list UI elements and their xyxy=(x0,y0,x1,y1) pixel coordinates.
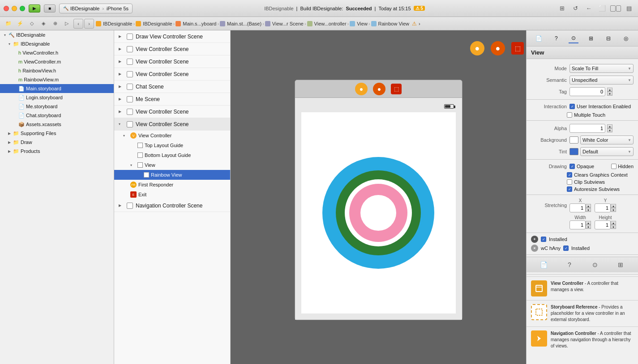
tint-color-box[interactable] xyxy=(569,148,578,155)
scene-draw-vc[interactable]: ▶ Draw View Controller Scene xyxy=(114,30,230,43)
tree-vc[interactable]: ▾ V View Controller xyxy=(114,131,230,140)
breadcrumb-mainbase[interactable]: Main.st...(Base) xyxy=(220,21,261,26)
settings-bottom-icon[interactable]: ⊙ xyxy=(590,260,600,270)
right-panel-toggle[interactable]: ▤ xyxy=(624,4,634,13)
tab-connections-icon[interactable]: ◎ xyxy=(621,34,631,43)
run-button[interactable]: ▶ xyxy=(29,4,40,13)
breadcrumb-mainstoryboard[interactable]: Main.s...yboard xyxy=(176,21,216,26)
tab-quick-help-icon[interactable]: ? xyxy=(551,34,561,43)
alpha-input[interactable] xyxy=(569,124,605,133)
tree-bottomlayoutguide[interactable]: Bottom Layout Guide xyxy=(114,150,230,160)
maximize-button[interactable] xyxy=(20,6,25,11)
breadcrumb-ibdesignable2[interactable]: IBDesignable xyxy=(136,21,172,26)
nav-mestoryboard[interactable]: 📄 Me.storyboard xyxy=(0,102,114,111)
layout-icon[interactable]: ⊞ xyxy=(557,4,567,13)
wchany-checkbox[interactable] xyxy=(563,245,569,251)
tab-attributes-icon[interactable]: ⊞ xyxy=(586,34,596,43)
warning-toolbar-icon[interactable]: ⚡ xyxy=(15,19,25,29)
autoresize-checkbox[interactable] xyxy=(567,186,572,192)
tree-rainbowview[interactable]: Rainbow View xyxy=(114,170,230,180)
view-icons[interactable] xyxy=(610,4,621,13)
scene-vc1[interactable]: ▶ View Controller Scene xyxy=(114,43,230,55)
stepper-down[interactable]: ▼ xyxy=(607,92,612,96)
tint-dropdown[interactable]: Default ▼ xyxy=(580,147,634,156)
exit-canvas-icon[interactable]: ⬚ xyxy=(511,42,524,55)
breadcrumb-viewcontroller[interactable]: View...ontroller xyxy=(307,21,347,26)
scene-nav[interactable]: ▶ Navigation Controller Scene xyxy=(114,199,230,212)
breadcrumb-viewrscene[interactable]: View...r Scene xyxy=(265,21,304,26)
view-split-icon[interactable]: ⬜ xyxy=(597,4,608,13)
file-template-icon[interactable]: 📄 xyxy=(539,260,549,270)
background-dropdown[interactable]: White Color ▼ xyxy=(580,135,634,144)
stepper-up[interactable]: ▲ xyxy=(611,221,616,225)
x-input[interactable] xyxy=(569,203,586,212)
quick-help-bottom-icon[interactable]: ? xyxy=(565,260,574,270)
scene-vc2[interactable]: ▶ View Controller Scene xyxy=(114,55,230,68)
stepper-down[interactable]: ▼ xyxy=(586,225,591,229)
mode-dropdown[interactable]: Scale To Fill ▼ xyxy=(569,64,634,73)
close-button[interactable] xyxy=(4,6,9,11)
opaque-checkbox[interactable] xyxy=(569,164,575,169)
nav-rainbowviewm[interactable]: m RainbowView.m xyxy=(0,75,114,84)
nav-supportingfiles[interactable]: ▶ 📁 Supporting Files xyxy=(0,129,114,138)
stepper-up[interactable]: ▲ xyxy=(607,88,612,92)
minimize-button[interactable] xyxy=(12,6,17,11)
stepper-down[interactable]: ▼ xyxy=(611,225,616,229)
nav-mainstoryboard[interactable]: 📄 Main.storyboard xyxy=(0,84,114,93)
nav-root[interactable]: ▾ 🔨 IBDesignable xyxy=(0,30,114,39)
folder-icon[interactable]: 📁 xyxy=(4,19,13,29)
tab-size-icon[interactable]: ⊟ xyxy=(604,34,613,43)
refresh-icon[interactable]: ↺ xyxy=(570,4,581,13)
nav-chatstoryboard[interactable]: 📄 Chat.storyboard xyxy=(0,111,114,120)
nav-forward[interactable]: › xyxy=(84,19,94,29)
nav-back[interactable]: ‹ xyxy=(73,19,83,29)
nav-loginstoryboard[interactable]: 📄 Login.storyboard xyxy=(0,93,114,102)
stepper-down[interactable]: ▼ xyxy=(611,208,616,212)
phone-icon-orange[interactable]: ● xyxy=(373,83,385,95)
semantic-dropdown[interactable]: Unspecified ▼ xyxy=(569,76,634,85)
attributes-bottom-icon[interactable]: ⊞ xyxy=(616,260,625,270)
stepper-down[interactable]: ▼ xyxy=(586,208,591,212)
nav-products[interactable]: ▶ 📁 Products xyxy=(0,147,114,156)
tab-file-icon[interactable]: 📄 xyxy=(534,34,544,43)
run-icon[interactable]: ▷ xyxy=(62,19,72,29)
stop-button[interactable]: ■ xyxy=(44,4,56,13)
scene-vc-expanded[interactable]: ▾ View Controller Scene xyxy=(114,118,230,131)
stepper-up[interactable]: ▲ xyxy=(586,204,591,208)
scene-vc4[interactable]: ▶ View Controller Scene xyxy=(114,106,230,118)
nav-rainbowviewh[interactable]: h RainbowView.h xyxy=(0,66,114,75)
tree-view[interactable]: ▾ View xyxy=(114,160,230,170)
height-input[interactable] xyxy=(595,220,611,229)
nav-assets[interactable]: 📦 Assets.xcassets xyxy=(0,120,114,129)
breadcrumb-rainbowview[interactable]: Rainbow View xyxy=(371,21,410,26)
installed-checkbox[interactable] xyxy=(541,237,546,242)
hidden-checkbox[interactable] xyxy=(611,164,617,169)
clip-subviews-checkbox[interactable] xyxy=(567,179,572,185)
tree-toplayoutguide[interactable]: Top Layout Guide xyxy=(114,140,230,150)
user-interaction-checkbox[interactable] xyxy=(569,104,575,109)
tab-identity-icon[interactable]: ⊙ xyxy=(569,34,578,43)
tag-input[interactable] xyxy=(569,87,605,96)
stepper-up[interactable]: ▲ xyxy=(607,124,612,128)
stepper-up[interactable]: ▲ xyxy=(586,221,591,225)
nav-group[interactable]: ▾ 📁 IBDesignable xyxy=(0,39,114,48)
background-color-box[interactable] xyxy=(569,136,578,144)
nav-draw[interactable]: ▶ 📁 Draw xyxy=(0,138,114,147)
stepper-up[interactable]: ▲ xyxy=(611,204,616,208)
width-input[interactable] xyxy=(569,220,586,229)
warning-badge[interactable]: ⚠ 5 xyxy=(414,6,425,11)
scene-vc3[interactable]: ▶ View Controller Scene xyxy=(114,68,230,80)
tree-firstresponder[interactable]: FR First Responder xyxy=(114,180,230,190)
nav-viewcontrollerm[interactable]: m ViewController.m xyxy=(0,57,114,66)
x-badge[interactable]: × xyxy=(531,245,538,252)
vc-darkorange-icon[interactable]: ● xyxy=(491,41,505,55)
y-input[interactable] xyxy=(595,203,611,212)
plus-badge[interactable]: + xyxy=(531,236,538,243)
stepper-down[interactable]: ▼ xyxy=(607,128,612,132)
back-icon[interactable]: ← xyxy=(583,4,594,13)
breadcrumb-view[interactable]: View xyxy=(350,21,368,26)
breakpoint-icon[interactable]: ⊕ xyxy=(50,19,60,29)
breadcrumb-ibdesignable1[interactable]: IBDesignable xyxy=(96,21,132,26)
scheme-selector[interactable]: 🔨 IBDesignable › iPhone 5s xyxy=(59,4,133,13)
phone-icon-yellow[interactable]: ● xyxy=(355,83,368,95)
